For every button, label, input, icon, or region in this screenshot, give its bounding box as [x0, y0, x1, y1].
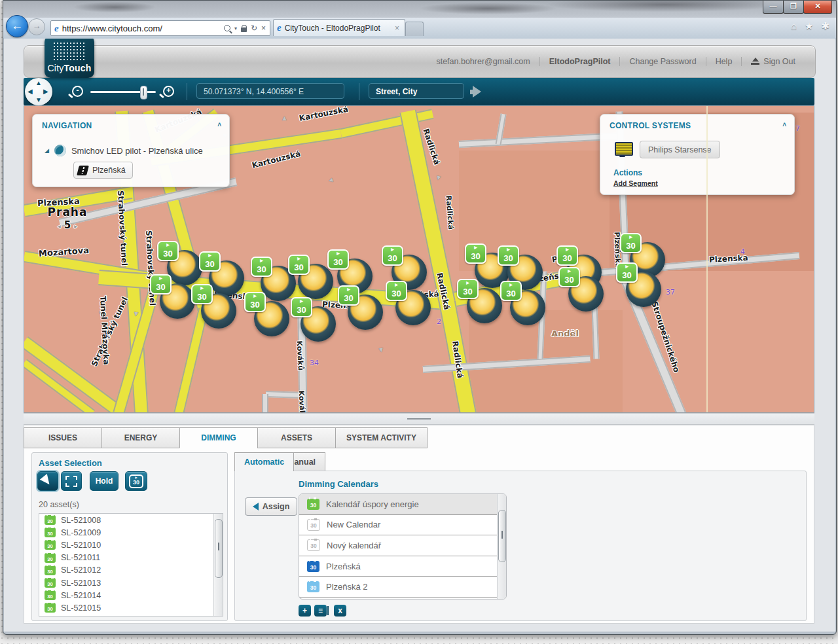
- browser-window: — ❐ ✕ ← → e https://www.citytouch.com/ ▾…: [3, 0, 837, 635]
- back-button[interactable]: ←: [6, 15, 28, 37]
- help-link[interactable]: Help: [706, 57, 742, 66]
- tree-expander-icon[interactable]: ◢: [45, 147, 49, 154]
- coordinates-field[interactable]: 50.071373° N, 14.400556° E: [196, 83, 344, 99]
- add-calendar-button[interactable]: +: [299, 605, 311, 617]
- collapse-panel-icon[interactable]: ˄: [782, 121, 786, 128]
- subtab-automatic[interactable]: Automatic: [234, 452, 294, 471]
- asset-calendar-icon: 30: [45, 553, 56, 563]
- zoom-out-icon[interactable]: -: [72, 86, 83, 97]
- calendar-list-item[interactable]: 30Nový kalendář: [299, 535, 506, 556]
- streetlight-marker[interactable]: 30: [298, 264, 333, 299]
- project-name[interactable]: EltodoPragPilot: [540, 57, 621, 66]
- streetlight-marker[interactable]: 30: [626, 272, 661, 307]
- streetlight-marker[interactable]: 30: [395, 290, 431, 325]
- marquee-select-tool[interactable]: [61, 471, 82, 491]
- search-go-arrow-icon[interactable]: [473, 86, 481, 98]
- nav-tree-root[interactable]: ◢ Smichov LED pilot - Plzeňská ulice: [45, 145, 203, 156]
- streetlight-marker[interactable]: 30: [167, 250, 202, 285]
- zoom-slider[interactable]: [90, 91, 156, 93]
- edit-calendar-button[interactable]: ≡: [314, 605, 327, 617]
- zoom-in-icon[interactable]: +: [163, 86, 174, 97]
- asset-calendar-icon: 30: [45, 540, 56, 550]
- sign-out-link[interactable]: Sign Out: [742, 57, 805, 66]
- asset-list-item[interactable]: 30SL-521015: [39, 601, 223, 614]
- citytouch-logo: CityTouch: [45, 39, 94, 78]
- hold-button[interactable]: Hold: [90, 471, 118, 491]
- streetlight-marker[interactable]: 30: [510, 290, 545, 325]
- street-label: Mozartova: [38, 245, 89, 259]
- close-button[interactable]: ✕: [803, 1, 832, 14]
- chevron-down-icon[interactable]: ▾: [234, 26, 237, 31]
- asset-list-item[interactable]: 30SL-521012: [39, 564, 223, 577]
- tab-system-activity[interactable]: SYSTEM ACTIVITY: [335, 427, 428, 448]
- control-system-monitor-icon: [615, 142, 633, 156]
- forward-button[interactable]: →: [28, 18, 45, 35]
- asset-list-item[interactable]: 30SL-521008: [39, 514, 223, 526]
- tab-energy[interactable]: ENERGY: [101, 427, 180, 448]
- road-segment-icon: [77, 166, 89, 175]
- tab-dimming[interactable]: DIMMING: [179, 427, 258, 448]
- tools-gear-icon[interactable]: ✱: [821, 20, 829, 32]
- asset-list-scrollbar[interactable]: [213, 514, 223, 616]
- restore-button[interactable]: ❐: [783, 1, 804, 14]
- asset-list-item[interactable]: 30SL-521014: [39, 589, 223, 601]
- automatic-dimming-panel: Dimming Calendars Assign 30Kalendář úspo…: [234, 471, 807, 621]
- calendar-badge-tool[interactable]: 30: [125, 471, 147, 491]
- minimize-button[interactable]: —: [763, 1, 784, 14]
- streetlight-marker[interactable]: 30: [568, 276, 604, 312]
- calendar-list-item[interactable]: 30Kalendář úspory energie: [299, 494, 506, 515]
- asset-calendar-icon: 30: [45, 515, 56, 525]
- scrollbar-thumb[interactable]: [215, 519, 223, 578]
- tab-assets[interactable]: ASSETS: [257, 427, 336, 448]
- asset-list-item[interactable]: 30SL-521010: [39, 539, 223, 551]
- map-canvas[interactable]: ▲▲▲▲▲▲▲PlzenskaMozartovaStrahovský tunel…: [24, 105, 814, 413]
- refresh-icon[interactable]: ↻: [251, 24, 257, 33]
- calendar-list-item[interactable]: 30New Calendar: [299, 515, 506, 536]
- asset-list[interactable]: 30SL-52100830SL-52100930SL-52101030SL-52…: [39, 513, 223, 617]
- streetlight-marker[interactable]: 30: [348, 295, 383, 330]
- new-tab-button[interactable]: [405, 22, 424, 36]
- calendar-list-item[interactable]: 30Plzeňská: [299, 556, 506, 577]
- tab-issues[interactable]: ISSUES: [24, 427, 102, 448]
- browser-tab[interactable]: e CityTouch - EltodoPragPilot ×: [273, 19, 405, 36]
- asset-id: SL-521015: [61, 603, 101, 613]
- calendar-list[interactable]: 30Kalendář úspory energie30New Calendar3…: [299, 493, 507, 599]
- calendar-list-item[interactable]: 30Plzeňská 2: [299, 577, 506, 598]
- dimming-calendars-title: Dimming Calendars: [299, 479, 378, 489]
- add-segment-link[interactable]: Add Segment: [613, 179, 658, 187]
- select-cursor-tool[interactable]: [37, 471, 58, 491]
- app-header: stefan.bohrer@gmail.com EltodoPragPilot …: [24, 45, 816, 78]
- streetlight-marker[interactable]: 30: [301, 306, 336, 342]
- calendar-name: Plzeňská: [326, 562, 361, 571]
- pan-control[interactable]: ▲ ▼ ◀ ▶: [25, 78, 52, 105]
- streetlight-marker[interactable]: 30: [201, 293, 236, 329]
- scrollbar-thumb[interactable]: [498, 510, 506, 562]
- district-boundary-line: [706, 106, 708, 413]
- assign-button[interactable]: Assign: [245, 497, 297, 516]
- calendar-icon: 30: [307, 519, 320, 531]
- streetlight-marker[interactable]: 30: [254, 301, 289, 336]
- zoom-slider-handle[interactable]: [140, 86, 147, 99]
- tab-close-icon[interactable]: ×: [395, 24, 405, 33]
- favorites-star-icon[interactable]: ★: [805, 20, 813, 32]
- streetlight-marker[interactable]: 30: [160, 283, 195, 319]
- change-password-link[interactable]: Change Password: [620, 57, 706, 66]
- streetlight-marker[interactable]: 30: [467, 288, 502, 323]
- calendar-list-scrollbar[interactable]: [497, 494, 506, 599]
- address-bar[interactable]: e https://www.citytouch.com/ ▾ ↻ ×: [50, 20, 270, 36]
- title-bar[interactable]: — ❐ ✕: [3, 1, 836, 18]
- asset-list-item[interactable]: 30SL-521011: [39, 552, 223, 564]
- home-icon[interactable]: ⌂: [791, 20, 797, 32]
- asset-list-item[interactable]: 30SL-521013: [39, 577, 223, 589]
- street-search-input[interactable]: Street, City: [369, 83, 464, 99]
- delete-calendar-button[interactable]: x: [334, 605, 346, 617]
- divider-drag-handle[interactable]: [407, 418, 431, 422]
- philips-starsense-button[interactable]: Philips Starsense: [640, 141, 720, 158]
- one-way-arrow-icon: ▲: [132, 310, 139, 319]
- streetlight-marker[interactable]: 30: [209, 260, 244, 296]
- asset-list-item[interactable]: 30SL-521009: [39, 526, 223, 539]
- search-icon[interactable]: [224, 25, 230, 31]
- stop-icon[interactable]: ×: [261, 24, 266, 33]
- collapse-panel-icon[interactable]: ˄: [217, 121, 221, 128]
- segment-button-plzenska[interactable]: Plzeňská: [73, 162, 133, 179]
